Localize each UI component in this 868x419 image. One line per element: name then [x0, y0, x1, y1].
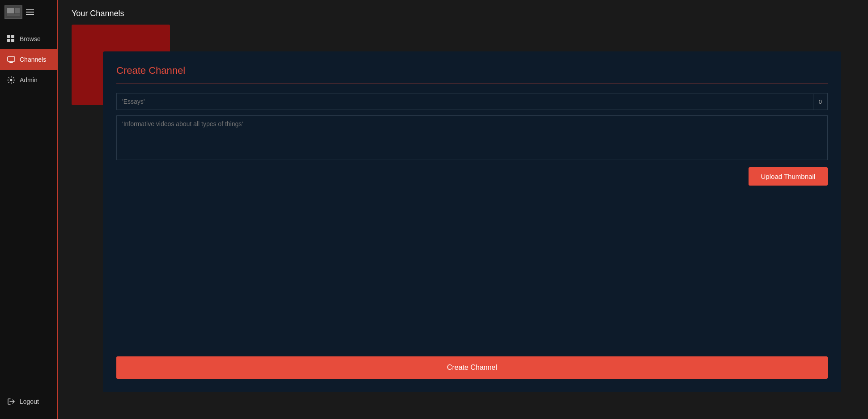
- logout-label: Logout: [20, 398, 39, 405]
- logout-button[interactable]: Logout: [0, 391, 57, 412]
- main-content: Your Channels Create Channel 0 Upload Th…: [58, 0, 868, 419]
- page-title: Your Channels: [72, 9, 855, 18]
- channel-name-input-row: 0: [116, 93, 828, 110]
- sidebar: Browse Channels Admin Logout: [0, 0, 58, 419]
- char-count: 0: [813, 94, 827, 110]
- svg-rect-7: [11, 39, 14, 42]
- sidebar-item-admin[interactable]: Admin: [0, 70, 57, 90]
- sidebar-item-browse-label: Browse: [20, 35, 41, 42]
- svg-rect-5: [11, 35, 14, 38]
- svg-rect-3: [7, 14, 20, 16]
- create-channel-button[interactable]: Create Channel: [116, 356, 828, 379]
- channel-description-input[interactable]: [116, 115, 828, 160]
- gear-icon: [7, 76, 15, 84]
- svg-rect-4: [7, 35, 10, 38]
- sidebar-item-channels-label: Channels: [20, 56, 46, 63]
- sidebar-item-channels[interactable]: Channels: [0, 49, 57, 70]
- tv-icon: [7, 55, 15, 63]
- sidebar-logo-area: [0, 0, 57, 24]
- sidebar-nav: Browse Channels Admin: [0, 24, 57, 391]
- channel-name-input[interactable]: [117, 93, 813, 110]
- sidebar-item-browse[interactable]: Browse: [0, 29, 57, 49]
- logout-icon: [7, 398, 15, 406]
- grid-icon: [7, 35, 15, 43]
- modal-spacer: [116, 186, 828, 352]
- sidebar-item-admin-label: Admin: [20, 76, 38, 84]
- create-channel-modal: Create Channel 0 Upload Thumbnail Create…: [103, 51, 841, 392]
- svg-rect-8: [8, 57, 15, 61]
- upload-thumbnail-button[interactable]: Upload Thumbnail: [749, 167, 828, 186]
- modal-divider: [116, 84, 828, 84]
- app-logo: [4, 5, 22, 19]
- hamburger-icon[interactable]: [26, 9, 34, 15]
- svg-rect-1: [7, 8, 14, 13]
- svg-rect-6: [7, 39, 10, 42]
- modal-title: Create Channel: [116, 65, 828, 76]
- svg-point-11: [10, 79, 13, 81]
- svg-rect-2: [15, 8, 20, 13]
